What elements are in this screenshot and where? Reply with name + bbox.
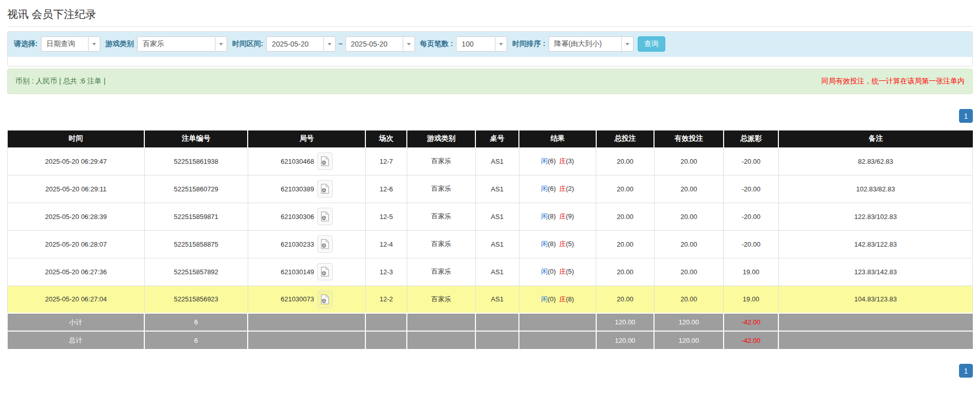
table-row: 2025-05-20 06:28:07 522515858875 6210302… [8, 230, 973, 258]
game-type-label: 游戏类别 [105, 39, 134, 49]
page-size-value[interactable]: 100 [456, 36, 495, 52]
round-id-cell: 621030149 [248, 258, 365, 286]
video-file-icon [321, 211, 329, 222]
total-bet-link[interactable]: 20.00 [596, 147, 654, 175]
total-bet-link[interactable]: 20.00 [596, 286, 654, 313]
video-replay-button[interactable] [317, 235, 333, 253]
payout-cell: -20.00 [724, 230, 779, 258]
payout-cell: -20.00 [724, 175, 779, 203]
video-replay-button[interactable] [317, 263, 333, 280]
date-from-caret-button[interactable] [323, 36, 336, 52]
table-id-cell: AS1 [475, 286, 519, 313]
video-replay-button[interactable] [317, 180, 333, 198]
pagination-top: 1 [7, 109, 973, 123]
page-size-caret-button[interactable] [495, 36, 507, 52]
video-file-icon [321, 267, 329, 277]
valid-bet-cell: 20.00 [654, 230, 724, 258]
bet-id-cell: 522515859871 [144, 203, 248, 230]
empty-cell [475, 331, 519, 349]
empty-cell [248, 331, 365, 349]
game-type-select[interactable]: 百家乐 [137, 36, 227, 52]
total-label: 总计 [8, 331, 145, 349]
header-bet-id: 注单编号 [144, 130, 248, 147]
game-type-cell: 百家乐 [407, 203, 475, 230]
sort-order-value[interactable]: 降幂(由大到小) [549, 36, 621, 52]
round-id-cell: 621030389 [248, 175, 365, 203]
page-title: 视讯 会员下注纪录 [7, 0, 973, 27]
time-cell: 2025-05-20 06:28:39 [8, 203, 145, 230]
empty-cell [475, 313, 519, 331]
date-from-value[interactable]: 2025-05-20 [266, 36, 323, 52]
query-mode-select[interactable]: 日期查询 [41, 36, 100, 52]
sort-order-select[interactable]: 降幂(由大到小) [549, 36, 634, 52]
player-score: (6) [548, 185, 556, 192]
subtotal-label: 小计 [8, 313, 145, 331]
query-mode-label: 请选择: [14, 39, 38, 49]
page-container: 视讯 会员下注纪录 请选择: 日期查询 游戏类别 百家乐 时间区间: 2025-… [0, 0, 980, 378]
video-replay-button[interactable] [317, 208, 333, 225]
player-score: (0) [548, 268, 556, 275]
table-id-cell: AS1 [475, 230, 519, 258]
game-type-value[interactable]: 百家乐 [137, 36, 215, 52]
result-cell: 闲(6) 庄(3) [519, 147, 596, 175]
header-table-id: 桌号 [475, 130, 519, 147]
time-range-label: 时间区间: [232, 39, 264, 49]
page-1-button[interactable]: 1 [959, 364, 973, 378]
search-button[interactable]: 查询 [638, 36, 665, 52]
page-size-label: 每页笔数 : [420, 39, 453, 49]
chevron-down-icon [92, 43, 96, 46]
date-from-input[interactable]: 2025-05-20 [266, 36, 336, 52]
banker-score: (8) [566, 295, 574, 303]
banker-result: 庄 [559, 185, 566, 192]
player-result: 闲 [541, 212, 548, 220]
page-size-select[interactable]: 100 [456, 36, 507, 52]
empty-cell [519, 313, 596, 331]
header-time: 时间 [8, 130, 145, 147]
video-file-icon [321, 294, 329, 304]
page-1-button[interactable]: 1 [959, 109, 973, 123]
query-mode-value[interactable]: 日期查询 [41, 36, 88, 52]
result-cell: 闲(6) 庄(2) [519, 175, 596, 203]
total-bet-link[interactable]: 20.00 [596, 175, 654, 203]
sort-order-label: 时间排序 : [512, 39, 546, 49]
date-to-input[interactable]: 2025-05-20 [345, 36, 415, 52]
subtotal-valid-bet: 120.00 [654, 313, 724, 331]
date-to-value[interactable]: 2025-05-20 [345, 36, 403, 52]
sort-order-caret-button[interactable] [621, 36, 634, 52]
note-cell: 122.83/102.83 [778, 203, 972, 230]
empty-cell [778, 331, 972, 349]
round-id-cell: 621030306 [248, 203, 365, 230]
total-bet-link[interactable]: 20.00 [596, 258, 654, 286]
round-id-value: 621030389 [281, 185, 314, 193]
subtotal-total-bet: 120.00 [596, 313, 654, 331]
player-result: 闲 [541, 185, 548, 192]
subtotal-count: 6 [144, 313, 248, 331]
total-valid-bet: 120.00 [654, 331, 724, 349]
empty-cell [778, 313, 972, 331]
chevron-down-icon [219, 43, 223, 46]
session-cell: 12-5 [365, 203, 407, 230]
header-total-bet: 总投注 [596, 130, 654, 147]
game-type-caret-button[interactable] [215, 36, 227, 52]
total-bet-link[interactable]: 20.00 [596, 203, 654, 230]
game-type-cell: 百家乐 [407, 230, 475, 258]
query-mode-caret-button[interactable] [88, 36, 100, 52]
game-type-cell: 百家乐 [407, 258, 475, 286]
header-game-type: 游戏类别 [407, 130, 475, 147]
video-file-icon [321, 156, 329, 166]
round-id-cell: 621030233 [248, 230, 365, 258]
total-bet-link[interactable]: 20.00 [596, 230, 654, 258]
chevron-down-icon [407, 43, 411, 46]
video-replay-button[interactable] [317, 291, 333, 308]
banker-score: (9) [566, 212, 574, 220]
payout-cell: -20.00 [724, 203, 779, 230]
banker-score: (3) [566, 157, 574, 165]
player-score: (0) [548, 295, 556, 303]
player-result: 闲 [541, 157, 548, 165]
result-cell: 闲(0) 庄(5) [519, 258, 596, 286]
player-result: 闲 [541, 295, 548, 303]
video-replay-button[interactable] [317, 152, 333, 170]
date-to-caret-button[interactable] [403, 36, 415, 52]
video-file-icon [321, 239, 329, 249]
header-round-id: 局号 [248, 130, 365, 147]
